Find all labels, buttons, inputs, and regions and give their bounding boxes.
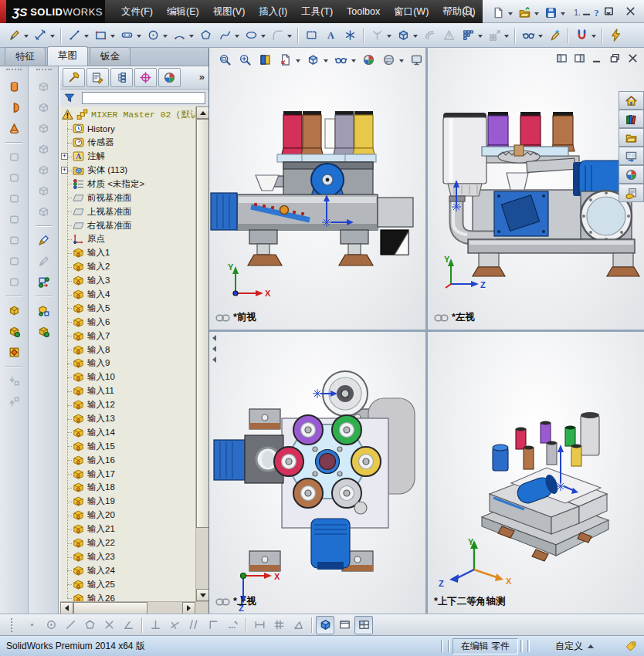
hdim-icon[interactable] [250,616,269,634]
tree-item[interactable]: 输入25 [60,577,195,591]
hscroll-track[interactable] [147,602,182,614]
pagearrow-icon[interactable] [276,50,294,69]
openfolder-icon[interactable] [515,3,534,22]
tree-item[interactable]: 输入5 [60,301,195,315]
zoomfit-icon[interactable] [236,50,254,69]
viewport-left[interactable]: Y Z *左视 [428,48,644,330]
menu-file[interactable]: 文件(F) [114,0,160,23]
coinc-icon[interactable] [165,616,184,634]
hash-icon[interactable] [269,616,288,634]
arc-icon[interactable] [170,26,188,45]
tree-item[interactable]: 输入6 [60,315,195,329]
dropdown-caret-icon[interactable] [110,35,115,40]
units-dropdown[interactable]: 自定义 [555,640,594,653]
tree-item[interactable]: 输入13 [60,412,195,426]
tree-item[interactable]: 原点 [60,232,195,246]
palette-icon[interactable] [619,147,644,165]
tree-item[interactable]: 输入8 [60,343,195,357]
scroll-up-button[interactable] [196,107,209,119]
rect-icon[interactable] [91,26,110,45]
dropdown-caret-icon[interactable] [478,35,483,40]
xmark-icon[interactable] [100,616,118,634]
tree-item[interactable]: 输入26 [60,591,195,601]
thdimx-icon[interactable] [134,68,157,87]
dropdown-caret-icon[interactable] [504,35,509,40]
books-icon[interactable] [619,110,644,128]
expand-plus-icon[interactable]: + [61,153,68,160]
tree-item[interactable]: 上视基准面 [60,205,195,218]
tree-item[interactable]: 输入18 [60,481,195,495]
tree-item[interactable]: 输入9 [60,357,195,370]
monitor-icon[interactable] [407,50,425,69]
tree-item[interactable]: 输入3 [60,274,195,288]
orev-icon[interactable] [5,98,23,117]
dropdown-caret-icon[interactable] [261,35,266,40]
line-icon[interactable] [65,26,83,45]
tree-horizontal-scrollbar[interactable] [60,601,208,614]
pent-icon[interactable] [80,616,99,634]
thcfg-icon[interactable] [110,68,133,87]
thappear-icon[interactable] [158,68,181,87]
tree-item[interactable]: 输入19 [60,495,195,509]
glasses-icon[interactable] [331,50,350,69]
tree-item[interactable]: 前视基准面 [60,191,195,205]
spline-icon[interactable] [215,26,234,45]
dropdown-caret-icon[interactable] [137,35,141,40]
wmin-icon[interactable] [589,52,605,65]
tag-icon[interactable] [625,640,638,653]
slot-icon[interactable] [117,26,136,45]
wclose-icon[interactable] [625,52,640,65]
zoomrect-icon[interactable] [215,50,234,69]
cube3d-icon[interactable] [394,26,412,45]
newdoc-icon[interactable] [489,3,507,22]
wtile1-icon[interactable] [554,52,569,65]
viewport-dimetric[interactable]: Y X Z *上下二等角轴测 [428,332,644,614]
repairpen-icon[interactable] [545,26,564,45]
tree-item[interactable]: 输入2 [60,260,195,274]
thfeat-icon[interactable] [63,68,85,87]
goldpat-icon[interactable] [5,343,23,361]
home-icon[interactable] [619,91,644,110]
goldgreen-icon[interactable] [35,322,53,340]
tree-item[interactable]: 输入11 [60,384,195,398]
skblue-icon[interactable] [35,231,53,249]
poly-icon[interactable] [196,26,215,45]
dropdown-caret-icon[interactable] [591,35,596,40]
wrestore2-icon[interactable] [599,4,618,18]
dropdown-caret-icon[interactable] [296,59,300,65]
dropdown-caret-icon[interactable] [534,12,539,18]
ball-icon[interactable] [359,50,378,69]
selbox-icon[interactable] [302,26,320,45]
tree-vertical-scrollbar[interactable] [195,107,208,601]
thprop-icon[interactable] [86,68,109,87]
tree-item[interactable]: 输入24 [60,563,195,577]
vcube-icon[interactable] [316,616,334,634]
tree-item[interactable]: 输入17 [60,467,195,481]
savefloppy-icon[interactable] [541,3,560,22]
dropdown-caret-icon[interactable] [351,59,356,65]
dropdown-caret-icon[interactable] [508,12,513,18]
dropdown-caret-icon[interactable] [24,35,29,40]
cube3d-icon[interactable] [303,50,322,69]
tree-root[interactable]: MIXER Master 02 (默认<< [60,108,195,122]
dropdown-caret-icon[interactable] [413,35,418,40]
dropdown-caret-icon[interactable] [561,12,565,18]
ellipse-icon[interactable] [242,26,260,45]
tree-item[interactable]: 输入14 [60,425,195,439]
tree-item[interactable]: 传感器 [60,136,195,150]
dropdown-caret-icon[interactable] [235,35,239,40]
menu-edit[interactable]: 编辑(E) [160,0,206,23]
wmin-icon[interactable] [578,4,596,18]
dropdown-caret-icon[interactable] [287,35,292,40]
menu-toolbox[interactable]: Toolbox [340,0,387,23]
dot-icon[interactable] [22,616,41,634]
tree-item[interactable]: 右视基准面 [60,218,195,232]
dropdown-caret-icon[interactable] [163,35,168,40]
folder-icon[interactable] [619,128,644,147]
scroll-right-button[interactable] [182,602,195,614]
tree-item[interactable]: 输入10 [60,370,195,384]
tree-item[interactable]: 材质 <未指定> [60,177,195,191]
tree-item[interactable]: 输入22 [60,536,195,550]
dotted-icon[interactable] [223,616,242,634]
tree-item[interactable]: 输入4 [60,288,195,302]
